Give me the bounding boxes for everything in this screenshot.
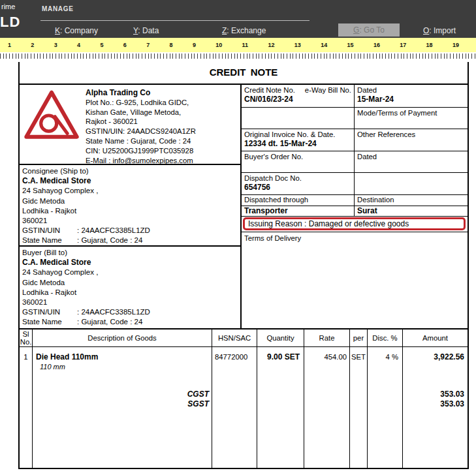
menu-item-company[interactable]: K: Company <box>55 26 98 35</box>
terms-of-delivery-cell: Terms of Delivery <box>242 232 468 328</box>
company-addr-line: Kishan Gate, Village Metoda, <box>86 108 196 117</box>
buyer-state-label: State Name <box>22 317 77 327</box>
company-address-block: Alpha Trading Co Plot No.: G-925, Lodhik… <box>86 87 196 164</box>
details-column: Credit Note No. e-Way Bill No. CN/016/23… <box>242 85 468 328</box>
menu-label-company: : Company <box>60 26 98 35</box>
consignee-section: Consignee (Ship to) C.A. Medical Store 2… <box>20 165 240 247</box>
buyer-order-cell: Buyer's Order No. <box>242 151 354 172</box>
details-row-dispatched-labels: Dispatched through Destination <box>242 195 468 206</box>
terms-of-delivery-label: Terms of Delivery <box>244 234 301 242</box>
header-rate: Rate <box>304 329 350 347</box>
dispatch-doc-label: Dispatch Doc No. <box>244 174 351 182</box>
left-column: Alpha Trading Co Plot No.: G-925, Lodhik… <box>20 85 242 328</box>
app-edition-partial: LD <box>0 14 20 31</box>
details-row-credit-note: Credit Note No. e-Way Bill No. CN/016/23… <box>242 85 468 108</box>
consignee-name: C.A. Medical Store <box>22 176 238 186</box>
company-gstin: GSTIN/UIN: 24AADCS9240A1ZR <box>86 127 196 136</box>
company-state: State Name : Gujarat, Code : 24 <box>86 136 196 146</box>
empty-cell <box>242 108 354 129</box>
dated2-cell: Dated <box>354 151 468 172</box>
menu-item-go-to[interactable]: G: Go To <box>338 23 400 37</box>
cell-hsn: 84772000 <box>212 347 257 468</box>
menu-item-data[interactable]: Y: Data <box>133 26 159 35</box>
consignee-gstin-label: GSTIN/UIN <box>22 226 77 236</box>
ruler-number: 9 <box>193 42 196 48</box>
amount-value: 3,922.56 <box>403 352 464 362</box>
credit-note-document: CREDIT NOTE Alpha Trading Co Plot No.: G… <box>18 62 469 469</box>
dispatched-through-value-cell: Transporter <box>242 206 354 216</box>
tax-label-sgst: SGST <box>36 399 209 409</box>
details-row-dispatch-doc: Dispatch Doc No. 654756 <box>242 173 468 195</box>
empty-cell <box>354 173 468 194</box>
eway-bill-label: e-Way Bill No. <box>305 86 351 94</box>
cell-rate: 454.00 <box>304 347 350 468</box>
orig-invoice-value: 12334 dt. 15-Mar-24 <box>244 139 351 148</box>
item-name: Die Head 110mm <box>36 352 212 362</box>
buyer-state-value: : Gujarat, Code : 24 <box>77 318 142 326</box>
menu-label-exchange: : Exchange <box>227 26 266 35</box>
buyer-gstin: GSTIN/UIN: 24AACFC3385L1ZD <box>22 307 238 317</box>
cell-description: Die Head 110mm 110 mm CGST SGST <box>33 347 212 468</box>
dispatched-through-label-cell: Dispatched through <box>242 195 354 206</box>
consignee-addr-line: 360021 <box>22 216 238 226</box>
cell-amount: 3,922.56 353.03 353.03 <box>403 347 468 468</box>
buyer-gstin-label: GSTIN/UIN <box>22 307 77 317</box>
buyer-state: State Name: Gujarat, Code : 24 <box>22 317 238 327</box>
ruler-number: 3 <box>54 42 57 48</box>
tax-label-cgst: CGST <box>36 390 209 399</box>
company-addr-line: Plot No.: G-925, Lodhika GIDC, <box>86 98 196 108</box>
ruler-number: 2 <box>31 42 34 48</box>
item-note: 110 mm <box>36 362 212 372</box>
header-hsn-sac: HSN/SAC <box>212 329 257 347</box>
buyer-addr-line: 360021 <box>22 298 238 307</box>
document-title: CREDIT NOTE <box>20 67 468 78</box>
company-logo-icon <box>24 89 80 142</box>
consignee-state: State Name: Gujarat, Code : 24 <box>22 236 238 245</box>
ruler-number: 13 <box>294 42 301 48</box>
buyer-addr-line: Gidc Metoda <box>22 278 238 288</box>
dated2-label: Dated <box>357 153 465 161</box>
orig-invoice-label: Original Invoice No. & Date. <box>244 130 351 138</box>
ruler-number: 12 <box>268 42 274 48</box>
company-name: Alpha Trading Co <box>86 88 196 98</box>
destination-label: Destination <box>357 196 394 204</box>
items-table: Sl No. Description of Goods HSN/SAC Quan… <box>20 328 468 468</box>
other-references-label: Other References <box>357 130 465 138</box>
issuing-reason-highlight: Issuing Reason : Damaged or defective go… <box>243 217 466 230</box>
mode-terms-label: Mode/Terms of Payment <box>357 109 465 117</box>
manage-label: MANAGE <box>42 5 74 12</box>
ruler-ticks <box>0 52 476 61</box>
ruler-number: 15 <box>347 42 354 48</box>
dated-cell: Dated 15-Mar-24 <box>354 85 468 107</box>
buyer-order-label: Buyer's Order No. <box>244 153 351 161</box>
header-sl-no: Sl No. <box>20 329 33 347</box>
buyer-addr-line: Lodhika - Rajkot <box>22 288 238 298</box>
destination-value: Surat <box>357 206 377 215</box>
details-row-dispatched-values: Transporter Surat <box>242 206 468 217</box>
company-addr-line: Rajkot - 360021 <box>86 117 196 127</box>
dispatch-doc-value: 654756 <box>244 183 351 192</box>
company-section: Alpha Trading Co Plot No.: G-925, Lodhik… <box>20 85 240 165</box>
ruler-number: 5 <box>100 42 103 48</box>
consignee-state-label: State Name <box>22 236 77 245</box>
ruler-number: 6 <box>123 42 127 48</box>
document-frame: Alpha Trading Co Plot No.: G-925, Lodhik… <box>20 84 468 468</box>
consignee-addr-line: 24 Sahayog Complex , <box>22 186 238 196</box>
consignee-addr-line: Gidc Metoda <box>22 196 238 206</box>
buyer-name: C.A. Medical Store <box>22 258 238 268</box>
header-per: per <box>350 329 368 347</box>
dispatch-doc-cell: Dispatch Doc No. 654756 <box>242 173 354 194</box>
menu-label-import: : Import <box>429 26 456 35</box>
buyer-heading: Buyer (Bill to) <box>22 248 238 258</box>
ruler-number: 7 <box>146 42 150 48</box>
menu-item-import[interactable]: O: Import <box>423 26 456 35</box>
ruler-number: 17 <box>400 42 406 48</box>
issuing-reason-row: Issuing Reason : Damaged or defective go… <box>242 217 468 232</box>
menu-key-company: K <box>55 26 60 35</box>
company-cin: CIN: U25200GJ1999PTC035928 <box>86 146 196 156</box>
menu-label-data: : Data <box>138 26 159 35</box>
menu-item-exchange[interactable]: Z: Exchange <box>222 26 266 35</box>
topbar: rime LD MANAGE K: Company Y: Data Z: Exc… <box>0 0 476 38</box>
tally-window: rime LD MANAGE K: Company Y: Data Z: Exc… <box>0 0 476 475</box>
other-references-cell: Other References <box>354 129 468 151</box>
